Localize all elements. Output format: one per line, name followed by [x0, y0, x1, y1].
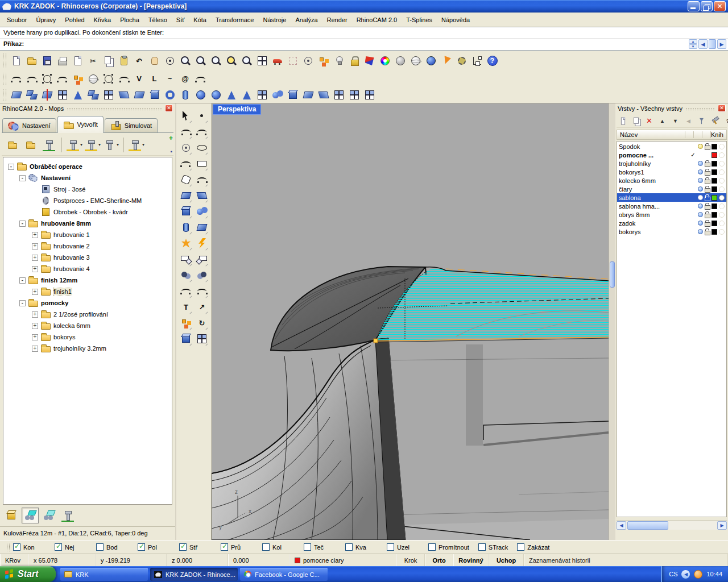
fillet-curves-icon[interactable]: L — [147, 72, 162, 86]
bulb-icon[interactable] — [698, 229, 703, 234]
render-mesh-icon[interactable] — [362, 53, 377, 68]
surface-grid-plane-icon[interactable] — [55, 88, 70, 102]
tab-nastaveni[interactable]: Nastavení — [2, 118, 56, 132]
separator-2[interactable] — [123, 138, 124, 152]
lock-icon[interactable] — [705, 160, 710, 167]
layer-color-swatch[interactable] — [712, 221, 717, 226]
rotate-view-icon[interactable] — [162, 53, 177, 68]
task-krk[interactable]: KRK — [60, 568, 148, 581]
menu-item[interactable]: Úpravy — [31, 15, 60, 25]
tree-item-postproces[interactable]: Postproces - EMC-Sherline-MM — [3, 195, 172, 206]
menu-item[interactable]: Pohled — [60, 15, 89, 25]
layer-color-swatch[interactable] — [712, 203, 717, 209]
named-view-icon[interactable] — [316, 53, 331, 68]
tree-expander[interactable]: + — [32, 243, 38, 250]
layer-row-bokorys[interactable]: bokorys — [617, 227, 726, 236]
select-arrow-icon[interactable] — [178, 108, 194, 124]
osnap-bod[interactable]: Bod — [96, 543, 138, 551]
osnap-pru[interactable]: Prů — [221, 543, 262, 551]
roughing-ops-icon[interactable]: ▾ — [66, 136, 83, 154]
lock-icon[interactable] — [705, 220, 710, 226]
paste-icon[interactable] — [116, 53, 131, 68]
layers-column-header[interactable]: Název Knih — [617, 130, 727, 140]
toolbar-grip[interactable] — [3, 89, 6, 101]
layer-row-zadok[interactable]: zadok — [617, 219, 726, 227]
layer-color-swatch[interactable] — [712, 144, 717, 149]
zoom-window-icon[interactable] — [208, 53, 224, 68]
save-operations-icon[interactable]: ▪ — [22, 136, 39, 154]
zoom-dynamic-icon[interactable] — [193, 53, 208, 68]
bulb-icon[interactable] — [698, 221, 703, 226]
bulb-icon[interactable] — [698, 169, 703, 174]
circle-icon[interactable] — [178, 140, 194, 156]
load-operations-icon[interactable]: + — [4, 136, 21, 154]
prism-icon[interactable] — [285, 88, 300, 102]
layer-row-ciary[interactable]: čiary — [617, 185, 726, 193]
record-history-toggle[interactable]: Zaznamenávat historii — [524, 554, 728, 566]
planar-toggle[interactable]: Rovinný — [453, 554, 489, 566]
curve-icon[interactable] — [194, 124, 210, 140]
start-button[interactable]: Start — [0, 566, 56, 582]
task-rhino[interactable]: KRK ZADOK - Rhinoce... — [150, 568, 238, 581]
clock[interactable]: 10:44 — [706, 571, 722, 577]
tree-item-pomocky[interactable]: - pomocky — [3, 297, 172, 309]
lock-icon[interactable] — [705, 143, 710, 149]
lock-icon[interactable] — [705, 211, 710, 218]
visibility-bulb-icon[interactable] — [331, 53, 346, 68]
fillet-curve-icon[interactable] — [178, 283, 194, 299]
copy-icon[interactable] — [101, 53, 116, 68]
tree-item-hrubovanie-2[interactable]: + hrubovanie 2 — [3, 240, 172, 252]
menu-item[interactable]: Soubor — [2, 15, 31, 25]
open-file-icon[interactable] — [24, 53, 39, 68]
cplane-icon[interactable] — [300, 53, 316, 68]
lock-icon[interactable] — [705, 194, 710, 201]
current-layer-pane[interactable]: pomocne ciary — [289, 554, 396, 566]
toolpath-plane-icon[interactable] — [40, 508, 57, 523]
rendered-view-icon[interactable] — [423, 53, 439, 68]
surface-panel-icon[interactable] — [131, 88, 147, 102]
layer-row-pomocne[interactable]: pomocne ... ✓ — [617, 151, 726, 159]
layer-help-icon[interactable]: ? — [722, 116, 728, 126]
cylinder-tool-icon[interactable] — [178, 219, 194, 235]
pan-icon[interactable] — [147, 53, 162, 68]
osnap-uzel[interactable]: Uzel — [387, 543, 428, 551]
tab-simulovat[interactable]: Simulovat — [105, 118, 158, 132]
snap-toggle[interactable]: Krok — [396, 554, 425, 566]
lightning-icon[interactable] — [194, 235, 210, 251]
tree-item-profilovani[interactable]: + 2 1/2osé profilování — [3, 309, 172, 320]
menu-item[interactable]: Síť — [172, 15, 189, 25]
ortho-toggle[interactable]: Orto — [425, 554, 453, 566]
layers-horizontal-scrollbar[interactable]: ◀ ▶ — [617, 520, 727, 530]
panel-close-icon[interactable]: ✕ — [718, 105, 726, 112]
trim-icon[interactable] — [178, 251, 194, 267]
command-history[interactable]: Vyberte hrany pro duplikaci. Po dokončen… — [0, 27, 728, 39]
notification-cone-icon[interactable] — [439, 53, 454, 68]
layer-tools-icon[interactable] — [709, 116, 720, 126]
osnap-kva[interactable]: Kva — [345, 543, 387, 551]
sphere-grid-icon[interactable] — [85, 72, 101, 86]
solid-box-icon[interactable] — [178, 331, 194, 347]
render-car-icon[interactable] — [270, 53, 285, 68]
save-file-icon[interactable] — [39, 53, 55, 68]
menu-item[interactable]: RhinoCAM 2.0 — [352, 15, 402, 25]
tree-expander[interactable]: + — [32, 323, 38, 329]
flag-right-icon[interactable] — [316, 88, 331, 102]
layer-row-sablona-hmota[interactable]: sablona hma... — [617, 202, 726, 210]
sphere-icon[interactable] — [193, 88, 208, 102]
lock-icon[interactable] — [705, 186, 710, 192]
tree-expander[interactable]: + — [32, 334, 38, 340]
move-left-icon[interactable]: ◀ — [683, 116, 694, 126]
tree-item-obrobek[interactable]: Obrobek - Obrobek - kvádr — [3, 206, 172, 218]
zoom-in-icon[interactable] — [177, 53, 193, 68]
curve-ops-icon[interactable]: ▾ — [84, 136, 101, 154]
layer-row-spodok[interactable]: Spodok — [617, 142, 726, 151]
mesh-table-c-icon[interactable] — [362, 88, 377, 102]
lock-objects-icon[interactable] — [346, 53, 362, 68]
tree-item-nastaveni[interactable]: - Nastavení — [3, 172, 172, 184]
freeform-curve-icon[interactable] — [116, 72, 131, 86]
rectangle-icon[interactable] — [194, 156, 210, 172]
close-button[interactable] — [714, 1, 726, 11]
viewport-scroll-thumb[interactable] — [610, 261, 615, 288]
lock-icon[interactable] — [705, 228, 710, 235]
bulb-icon[interactable] — [698, 212, 703, 217]
